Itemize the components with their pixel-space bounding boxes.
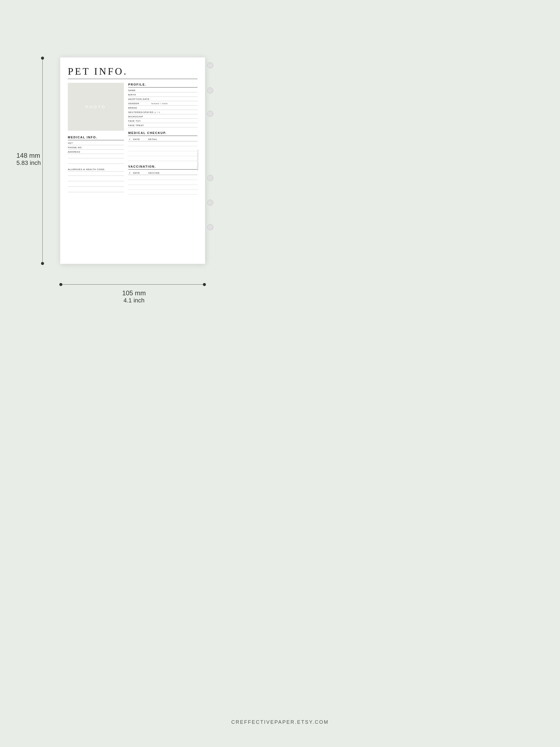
checkup-row — [128, 146, 198, 151]
horizontal-dimension-label: 105 mm 4.1 inch — [115, 289, 153, 304]
vax-col-vaccine: VACCINE — [148, 171, 198, 175]
ring-hole-3 — [207, 111, 213, 117]
gender-field: GENDER female / male — [128, 102, 198, 106]
checkup-row — [128, 151, 198, 156]
allergy-blank-3 — [68, 183, 124, 187]
vaccination-row — [128, 185, 198, 190]
ring-hole-6 — [207, 224, 213, 230]
ring-hole-2 — [207, 87, 213, 94]
checkup-title: MEDICAL CHECKUP. — [128, 131, 198, 134]
checkup-header-row: ✓ DATE DETAIL — [128, 137, 198, 141]
vax-col-check: ✓ — [128, 171, 133, 175]
vaccination-header-row: ✓ DATE VACCINE — [128, 171, 198, 175]
photo-label: PHOTO — [85, 105, 106, 109]
right-column: PROFILE. NAME BIRTH ADOPTION DATE GENDER… — [128, 83, 198, 195]
title-underline — [68, 79, 198, 79]
checkup-table: ✓ DATE DETAIL — [128, 137, 198, 161]
vertical-dimension-line — [42, 57, 43, 264]
medical-info-title: MEDICAL INFO. — [68, 136, 124, 139]
allergy-blank-1 — [68, 173, 124, 176]
phone-field: PHONE NO. — [68, 146, 124, 150]
medical-info-section: MEDICAL INFO. VET PHONE NO. ADDRESS — [68, 136, 124, 166]
document-page: CreffectivePaper. PET INFO. PHOTO MEDICA… — [60, 57, 205, 264]
ring-hole-1 — [207, 62, 213, 68]
checkup-row — [128, 156, 198, 161]
neutered-field: NEUTERED/SPAYED y / n — [128, 111, 198, 114]
blank-line — [68, 155, 124, 158]
vet-field: VET — [68, 142, 124, 145]
vaccination-title: VACCINATION. — [128, 165, 198, 168]
checkup-col-check: ✓ — [128, 137, 133, 141]
medical-checkup-section: MEDICAL CHECKUP. ✓ DATE DETAIL — [128, 131, 198, 161]
allergy-blank-2 — [68, 178, 124, 181]
allergies-label: ALLERGIES & HEALTH COND. — [68, 168, 105, 171]
dim-dot-bottom — [41, 262, 44, 265]
document-title: PET INFO. — [68, 66, 198, 77]
address-field: ADDRESS — [68, 151, 124, 154]
ring-hole-5 — [207, 200, 213, 206]
dim-dot-right — [203, 283, 206, 286]
ring-hole-4 — [207, 175, 213, 181]
vaccination-section: VACCINATION. ✓ DATE VACCINE — [128, 165, 198, 195]
breed-field: BREED — [128, 107, 198, 110]
microchip-field: MICROCHIP — [128, 115, 198, 119]
left-column: PHOTO MEDICAL INFO. VET PHONE NO. ADDRES… — [68, 83, 124, 195]
dim-dot-left — [59, 283, 62, 286]
checkup-row — [128, 141, 198, 146]
adoption-date-field: ADOPTION DATE — [128, 98, 198, 101]
blank-line — [68, 160, 124, 164]
footer-text: CREFFECTIVEPAPER.ETSY.COM — [0, 719, 560, 725]
allergies-field-label: ALLERGIES & HEALTH COND. — [68, 168, 124, 172]
vaccination-row — [128, 175, 198, 180]
vax-col-date: DATE — [133, 171, 148, 175]
horizontal-dimension-line — [60, 284, 205, 285]
name-field: NAME — [128, 89, 198, 93]
dim-dot-top — [41, 57, 44, 60]
checkup-col-date: DATE — [133, 137, 148, 141]
profile-section: PROFILE. NAME BIRTH ADOPTION DATE GENDER… — [128, 83, 198, 127]
vaccination-table: ✓ DATE VACCINE — [128, 171, 198, 195]
allergy-blank-4 — [68, 189, 124, 192]
vaccination-row — [128, 180, 198, 185]
vertical-dimension-label: 148 mm 5.83 inch — [17, 152, 41, 166]
birth-field: BIRTH — [128, 94, 198, 97]
fave-toy-field: FAVE TOY — [128, 120, 198, 123]
profile-title: PROFILE. — [128, 83, 198, 86]
fave-treat-field: FAVE TREAT — [128, 124, 198, 127]
vaccination-row — [128, 190, 198, 195]
photo-box: PHOTO — [68, 83, 124, 131]
allergies-section: ALLERGIES & HEALTH COND. — [68, 168, 124, 195]
document-body: PHOTO MEDICAL INFO. VET PHONE NO. ADDRES… — [68, 83, 198, 195]
checkup-col-detail: DETAIL — [148, 137, 198, 141]
